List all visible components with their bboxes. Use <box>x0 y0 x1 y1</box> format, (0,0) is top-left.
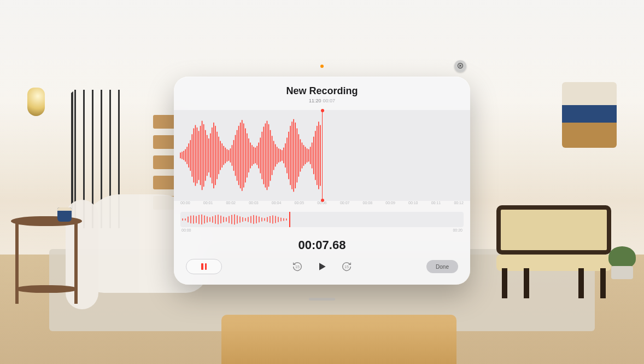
done-button[interactable]: Done <box>426 260 458 273</box>
overview-start-label: 00:00 <box>182 228 191 232</box>
recording-meta: 11:2000:07 <box>174 98 470 103</box>
skip-forward-seconds: 15 <box>341 261 353 273</box>
close-window-button[interactable] <box>454 60 466 72</box>
skip-back-button[interactable]: 15 <box>291 261 303 273</box>
waveform-time-ruler: 00:0000:0100:0200:0300:0400:0500:0600:07… <box>174 201 470 209</box>
playback-controls: 15 15 Done <box>174 252 470 284</box>
waveform-overview[interactable] <box>180 212 464 227</box>
time-tick: 00:04 <box>272 201 282 205</box>
window-grabber[interactable] <box>309 298 335 301</box>
time-tick: 00:12 <box>454 201 464 205</box>
overview-cursor[interactable] <box>289 212 291 227</box>
skip-back-seconds: 15 <box>291 261 303 273</box>
time-tick: 00:02 <box>226 201 236 205</box>
time-tick: 00:05 <box>295 201 305 205</box>
voice-memo-panel: New Recording 11:2000:07 00:0000:0100:02… <box>174 77 470 285</box>
time-tick: 00:11 <box>431 201 441 205</box>
time-tick: 00:09 <box>385 201 395 205</box>
time-tick: 00:06 <box>317 201 327 205</box>
pause-icon <box>201 263 207 270</box>
recording-title[interactable]: New Recording <box>174 85 470 97</box>
playhead[interactable] <box>322 110 323 201</box>
overview-end-label: 00:20 <box>453 228 462 232</box>
time-tick: 00:01 <box>203 201 213 205</box>
time-tick: 00:07 <box>340 201 350 205</box>
time-tick: 00:00 <box>180 201 190 205</box>
waveform-overview-canvas <box>180 212 464 227</box>
recording-status-dot <box>320 65 324 68</box>
panel-header: New Recording 11:2000:07 <box>174 77 470 107</box>
waveform-main[interactable] <box>174 110 470 201</box>
time-tick: 00:03 <box>249 201 259 205</box>
elapsed-time: 00:07.68 <box>174 238 470 252</box>
recording-timestamp: 11:20 <box>309 98 321 103</box>
recording-duration-short: 00:07 <box>323 98 336 103</box>
skip-forward-button[interactable]: 15 <box>341 261 353 273</box>
pause-recording-button[interactable] <box>186 259 222 274</box>
time-tick: 00:08 <box>363 201 373 205</box>
play-button[interactable] <box>317 261 327 272</box>
close-icon <box>457 61 464 71</box>
time-tick: 00:10 <box>408 201 418 205</box>
overview-time-labels: 00:00 00:20 <box>180 228 464 234</box>
done-button-label: Done <box>436 264 449 270</box>
play-icon <box>317 261 327 272</box>
